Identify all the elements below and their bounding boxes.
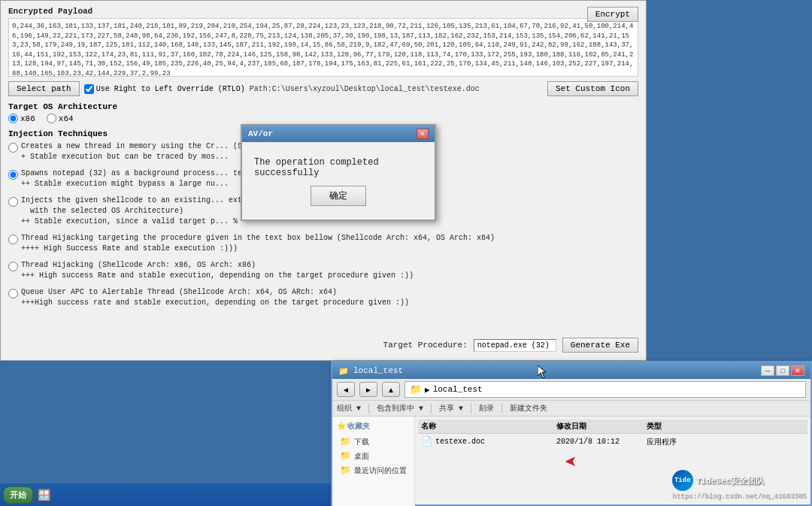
explorer-toolbar: 组织 ▼ 包含到库中 ▼ 共享 ▼ 刻录 新建文件夹 — [332, 401, 810, 417]
encrypt-button[interactable]: Encrypt — [587, 7, 638, 22]
taskbar: 开始 🪟 — [0, 483, 331, 506]
explorer-back-button[interactable]: ◄ — [337, 382, 355, 397]
rtlo-label: Use Right to Left Override (RTLO) — [96, 85, 245, 93]
burn-button[interactable]: 刻录 — [479, 403, 494, 414]
modal-titlebar: AV/or ✕ — [242, 126, 435, 142]
injection-radio-5[interactable] — [8, 262, 18, 271]
encrypted-payload-label: Encrypted Payload — [8, 7, 638, 16]
injection-desc-6: Queue User APC to Alertable Thread (Shel… — [21, 287, 638, 308]
file-icon: 📄 — [421, 436, 432, 447]
target-procedure-label: Target Procedure: — [383, 341, 468, 350]
os-radio-group: x86 x64 — [8, 114, 638, 123]
modal-message: The operation completed successfully — [254, 157, 379, 178]
explorer-forward-button[interactable]: ► — [359, 382, 377, 397]
modal-dialog: AV/or ✕ The operation completed successf… — [241, 124, 436, 221]
injection-desc-5: Thread Hijacking (Shellcode Arch: x86, O… — [21, 260, 638, 281]
address-folder-name: local_test — [433, 385, 483, 394]
file-name: testexe.doc — [435, 438, 485, 446]
file-type: 应用程序 — [647, 437, 707, 447]
file-list-header: 名称 修改日期 类型 — [418, 420, 807, 434]
col-name: 名称 — [421, 421, 556, 432]
downloads-folder-icon: 📁 — [340, 436, 351, 447]
red-arrow-indicator: ➤ — [564, 450, 577, 475]
injection-item-6: Queue User APC to Alertable Thread (Shel… — [8, 287, 638, 308]
x64-radio-label[interactable]: x64 — [47, 114, 74, 123]
explorer-sidebar: ⭐ 收藏夹 📁 下载 📁 桌面 📁 最近访问的位置 — [332, 417, 415, 506]
explorer-minimize-button[interactable]: ─ — [761, 365, 774, 376]
rtlo-checkbox-label[interactable]: Use Right to Left Override (RTLO) — [84, 84, 245, 94]
injection-radio-3[interactable] — [8, 197, 18, 207]
explorer-win-controls: ─ □ ✕ — [761, 365, 804, 376]
modal-close-button[interactable]: ✕ — [417, 129, 429, 139]
modal-body: The operation completed successfully 确定 — [242, 142, 435, 220]
injection-radio-1[interactable] — [8, 143, 18, 153]
desktop-folder-icon: 📁 — [340, 450, 351, 462]
select-path-button[interactable]: Select path — [8, 81, 80, 96]
recent-folder-icon: 📁 — [340, 465, 351, 476]
share-button[interactable]: 共享 ▼ — [439, 403, 463, 414]
toolbar-separator-3 — [471, 403, 471, 414]
modal-confirm-button[interactable]: 确定 — [311, 186, 366, 206]
explorer-title: local_test — [353, 366, 403, 375]
sidebar-item-recent[interactable]: 📁 最近访问的位置 — [337, 463, 410, 477]
target-os-label: Target OS Architecture — [8, 102, 638, 111]
explorer-nav: ◄ ► ▲ 📁 ▶ local_test — [332, 379, 810, 401]
col-date: 修改日期 — [556, 421, 647, 432]
path-display: Path:C:\Users\xyzoul\Desktop\local_test\… — [250, 85, 543, 93]
desktop-label: 桌面 — [354, 451, 369, 462]
explorer-titlebar: 📁 local_test ─ □ ✕ — [332, 362, 810, 379]
new-folder-button[interactable]: 新建文件夹 — [510, 403, 547, 414]
injection-radio-6[interactable] — [8, 289, 18, 298]
encrypted-payload-text: 0,244,36,163,181,133,137,181,240,218,101… — [8, 18, 638, 77]
watermark-name: TideSec安全团队 — [696, 475, 764, 486]
injection-item-4: Thread Hijacking targeting the procedure… — [8, 233, 638, 254]
x86-radio-label[interactable]: x86 — [8, 114, 35, 123]
file-name-cell: 📄 testexe.doc — [421, 436, 556, 447]
explorer-close-button[interactable]: ✕ — [791, 365, 804, 376]
injection-radio-4[interactable] — [8, 235, 18, 244]
bottom-row: Target Procedure: Generate Exe — [383, 338, 638, 353]
x64-radio[interactable] — [47, 114, 56, 123]
taskbar-windows-icon: 🪟 — [36, 487, 51, 502]
modal-title: AV/or — [248, 129, 273, 138]
x86-label: x86 — [20, 114, 35, 123]
injection-item-5: Thread Hijacking (Shellcode Arch: x86, O… — [8, 260, 638, 281]
star-icon: ⭐ — [337, 422, 346, 431]
injection-radio-2[interactable] — [8, 170, 18, 180]
sidebar-item-desktop[interactable]: 📁 桌面 — [337, 449, 410, 463]
watermark-circle: Tide — [672, 470, 693, 491]
generate-exe-button[interactable]: Generate Exe — [562, 338, 638, 353]
injection-desc-4: Thread Hijacking targeting the procedure… — [21, 233, 638, 254]
start-button[interactable]: 开始 — [3, 486, 33, 504]
toolbar-separator-4 — [501, 403, 502, 414]
explorer-up-button[interactable]: ▲ — [382, 382, 400, 397]
target-procedure-input[interactable] — [474, 339, 556, 352]
include-library-button[interactable]: 包含到库中 ▼ — [377, 403, 423, 414]
col-type: 类型 — [647, 421, 707, 432]
toolbar-separator-2 — [431, 403, 432, 414]
toolbar-row: Select path Use Right to Left Override (… — [8, 81, 638, 96]
explorer-maximize-button[interactable]: □ — [776, 365, 789, 376]
address-folder-icon: 📁 — [410, 383, 422, 395]
recent-label: 最近访问的位置 — [354, 465, 407, 476]
sidebar-item-downloads[interactable]: 📁 下载 — [337, 435, 410, 449]
x64-label: x64 — [59, 114, 74, 123]
set-custom-icon-button[interactable]: Set Custom Icon — [547, 81, 638, 96]
explorer-folder-icon: 📁 — [338, 366, 349, 376]
organize-button[interactable]: 组织 ▼ — [337, 403, 361, 414]
watermark-url: https://blog.csdn.net/nq_41683305 — [672, 492, 806, 500]
downloads-label: 下载 — [354, 437, 369, 447]
address-bar[interactable]: 📁 ▶ local_test — [404, 381, 806, 398]
target-os-section: Target OS Architecture x86 x64 — [8, 102, 638, 123]
watermark: Tide TideSec安全团队 https://blog.csdn.net/n… — [672, 470, 806, 500]
file-date: 2020/1/8 10:12 — [556, 438, 647, 446]
address-text: ▶ — [425, 385, 430, 395]
watermark-logo: Tide TideSec安全团队 — [672, 470, 806, 491]
favorites-label: ⭐ 收藏夹 — [337, 421, 410, 432]
toolbar-separator-1 — [368, 403, 369, 414]
file-list-row[interactable]: 📄 testexe.doc 2020/1/8 10:12 应用程序 — [418, 434, 807, 450]
rtlo-checkbox[interactable] — [84, 84, 94, 94]
explorer-title-area: 📁 local_test — [338, 366, 403, 376]
x86-radio[interactable] — [8, 114, 18, 123]
